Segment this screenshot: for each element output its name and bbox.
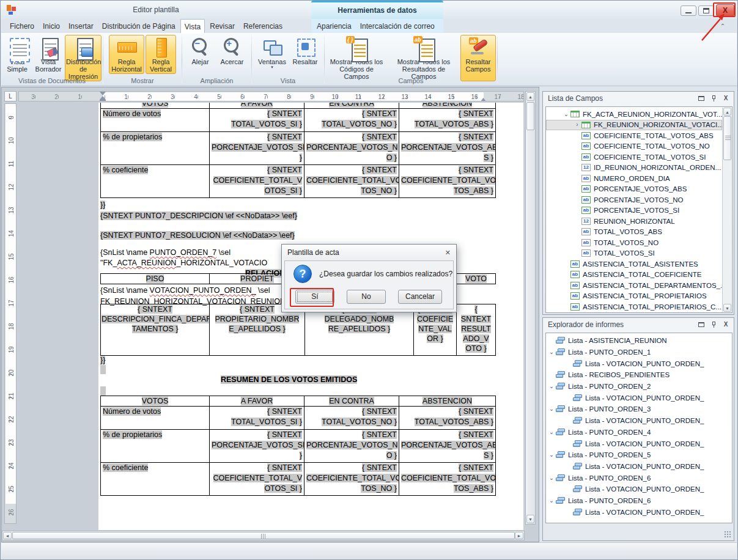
report-list-item[interactable]: Lista - VOTACION_PUNTO_ORDEN_	[546, 484, 732, 495]
ribbon-tab[interactable]: Referencias	[240, 19, 286, 33]
resize-grip[interactable]	[724, 531, 731, 538]
expand-arrow-icon[interactable]: ⌄	[547, 383, 556, 389]
report-list-item[interactable]: ⌄ Lista - PUNTO_ORDEN_6	[546, 495, 732, 507]
question-icon: ?	[293, 265, 312, 283]
report-list-item[interactable]: Lista - VOTACION_PUNTO_ORDEN_	[546, 415, 732, 427]
field-list-item[interactable]: ab ASISTENCIA_TOTAL_PROPIETARIOS	[546, 291, 722, 302]
field-list-item[interactable]: ab PORCENTAJE_VOTOS_SI	[546, 205, 722, 216]
field-list-item[interactable]: 12 REUNION_HORIZONTAL	[546, 216, 722, 227]
scroll-down-icon[interactable]: ▼	[723, 304, 731, 312]
expand-arrow-icon[interactable]: ⌄	[547, 429, 556, 435]
ribbon-tab[interactable]: Vista	[180, 19, 205, 33]
panel-scrollbar[interactable]: ▲ ▼	[722, 108, 731, 312]
zoom-out-button[interactable]: − Alejar	[186, 35, 215, 67]
ruler-number: 17	[486, 92, 509, 101]
field-list-item[interactable]: ab TOTAL_VOTOS_ABS	[546, 227, 722, 238]
field-list-item[interactable]: ab ASISTENCIA_TOTAL_COEFICIENTE	[546, 270, 722, 281]
report-list-item[interactable]: ⌄ Lista - PUNTO_ORDEN_2	[546, 381, 732, 392]
report-item-label: Lista - PUNTO_ORDEN_3	[568, 405, 651, 413]
print-layout-button[interactable]: Distribución de Impresión	[65, 35, 101, 81]
pin-panel-icon[interactable]	[709, 320, 718, 329]
float-panel-icon[interactable]	[697, 94, 706, 103]
report-list-item[interactable]: Lista - VOTACION_PUNTO_ORDEN_	[546, 392, 732, 403]
tab-stop-selector[interactable]: L	[4, 91, 17, 101]
float-panel-icon[interactable]	[697, 320, 706, 329]
field-list-item[interactable]: › FK_REUNION_HORIZONTAL_VOTACI...	[546, 120, 722, 131]
expand-arrow-icon[interactable]: ⌄	[562, 111, 570, 117]
dropdown-arrow-icon[interactable]: ▼	[257, 65, 287, 69]
ribbon-tab[interactable]: Fichero	[6, 19, 38, 33]
report-list-item[interactable]: Lista - VOTACION_PUNTO_ORDEN_	[546, 506, 732, 518]
highlight-button[interactable]: Resaltar	[290, 35, 320, 70]
expand-arrow-icon[interactable]: ⌄	[547, 498, 556, 504]
scroll-up-icon[interactable]: ▲	[526, 92, 534, 101]
dialog-close-icon[interactable]: ✕	[445, 245, 451, 260]
report-list-item[interactable]: Lista - VOTACION_PUNTO_ORDEN_	[546, 358, 732, 369]
ribbon-tab[interactable]: Insertar	[65, 19, 97, 33]
no-button[interactable]: No	[347, 290, 386, 304]
panel-scroll-thumb[interactable]	[723, 116, 731, 160]
field-list-item[interactable]: ab ASISTENCIA_TOTAL_DEPARTAMENTOS_...	[546, 280, 722, 291]
scroll-right-icon[interactable]: ►	[515, 532, 523, 539]
expand-arrow-icon[interactable]: ⌄	[547, 452, 556, 458]
field-list-item[interactable]: ab ASISTENCIA_TOTAL_PROPIETARIOS_C...	[546, 301, 722, 312]
vertical-ruler-button[interactable]: Regla Vertical	[146, 35, 176, 74]
ribbon-tab[interactable]: Inicio	[39, 19, 64, 33]
field-list-item[interactable]: ab ASISTENCIA_TOTAL_ASISTENTES	[546, 259, 722, 270]
table-header-cell: EN CONTRA	[304, 103, 399, 109]
horizontal-scrollbar[interactable]: ◄ ►	[2, 531, 525, 540]
field-list-item[interactable]: ab NUMERO_ORDEN_DIA	[546, 173, 722, 184]
simple-view-button[interactable]: Vista Simple	[2, 35, 32, 81]
report-list-item[interactable]: Lista - RECIBOS_PENDIENTES	[546, 369, 732, 381]
document-page[interactable]: VOTOS A FAVOR EN CONTRA ABSTENCION Númer…	[98, 103, 523, 530]
windows-button[interactable]: Ventanas ▼	[256, 35, 289, 70]
field-list-item[interactable]: ab COEFICIENTE_TOTAL_VOTOS_SI	[546, 152, 722, 163]
report-list-item[interactable]: Lista - VOTACION_PUNTO_ORDEN_	[546, 438, 732, 449]
cancel-button[interactable]: Cancelar	[398, 290, 442, 304]
ribbon-tab[interactable]: Revisar	[206, 19, 238, 33]
scroll-left-icon[interactable]: ◄	[3, 532, 12, 539]
report-list-item[interactable]: ⌄ Lista - PUNTO_ORDEN_5	[546, 449, 732, 461]
show-field-results-button[interactable]: ab Mostrar Todos los Resultados de Campo…	[388, 35, 459, 81]
report-list-item[interactable]: ⌄ Lista - PUNTO_ORDEN_3	[546, 403, 732, 415]
close-panel-icon[interactable]: X	[721, 320, 730, 329]
first-line-indent-marker[interactable]	[100, 92, 106, 95]
report-list-item[interactable]: Lista - ASISTENCIA_REUNION	[546, 335, 732, 347]
zoom-in-button[interactable]: + Acercar	[216, 35, 248, 67]
field-list-item[interactable]: ⌄ FK_ACTA_REUNION_HORIZONTAL_VOT...	[546, 109, 722, 120]
contextual-ribbon-tab[interactable]: Apariencia	[313, 19, 355, 33]
show-field-codes-button[interactable]: { } Mostrar Todos los Códigos de Campos	[326, 35, 387, 81]
field-list-item[interactable]: ab TOTAL_VOTOS_NO	[546, 237, 722, 248]
expand-arrow-icon[interactable]: ⌄	[547, 475, 556, 481]
vertical-scrollbar[interactable]: ▲ ▼	[525, 91, 536, 525]
expand-arrow-icon[interactable]: ⌄	[547, 406, 556, 412]
highlight-fields-button[interactable]: ab Resaltar Campos	[460, 35, 496, 81]
field-list-item[interactable]: ab TOTAL_VOTOS_SI	[546, 248, 722, 259]
field-list-item[interactable]: ab COEFICIENTE_TOTAL_VOTOS_ABS	[546, 130, 722, 141]
report-list-item[interactable]: Lista - VOTACION_PUNTO_ORDEN_	[546, 461, 732, 473]
ribbon-tab[interactable]: Distribución de Página	[98, 19, 179, 33]
table-cell: % de propietarios	[101, 132, 210, 165]
close-panel-icon[interactable]: X	[721, 94, 730, 103]
field-name: ASISTENCIA_TOTAL_PROPIETARIOS	[583, 292, 707, 300]
field-list-item[interactable]: 12 ID_REUNION_HORIZONTAL_ORDEN...	[546, 163, 722, 174]
dialog-title-bar[interactable]: Plantilla de acta ✕	[282, 245, 456, 260]
group-caption: Vistas de Documentos	[1, 77, 103, 84]
scroll-up-icon[interactable]: ▲	[723, 108, 731, 116]
field-list-item[interactable]: ab PORCENTAJE_VOTOS_ABS	[546, 184, 722, 195]
left-indent-marker[interactable]	[100, 100, 106, 101]
draft-view-button[interactable]: Vista Borrador	[33, 35, 64, 81]
pin-panel-icon[interactable]	[709, 94, 718, 103]
contextual-ribbon-tab[interactable]: Intercalación de correo	[356, 19, 438, 33]
report-list-item[interactable]: ⌄ Lista - PUNTO_ORDEN_4	[546, 427, 732, 438]
report-list-item[interactable]: ⌄ Lista - PUNTO_ORDEN_1	[546, 347, 732, 358]
scroll-down-icon[interactable]: ▼	[526, 515, 534, 523]
horizontal-scroll-thumb[interactable]	[12, 532, 515, 539]
horizontal-ruler-button[interactable]: Regla Horizontal	[109, 35, 144, 74]
vertical-scroll-thumb[interactable]	[526, 102, 534, 130]
field-list-item[interactable]: ab PORCENTAJE_VOTOS_NO	[546, 194, 722, 205]
expand-arrow-icon[interactable]: ⌄	[547, 349, 556, 355]
field-list-item[interactable]: ab COEFICIENTE_TOTAL_VOTOS_NO	[546, 141, 722, 152]
report-list-item[interactable]: ⌄ Lista - PUNTO_ORDEN_6	[546, 472, 732, 484]
expand-arrow-icon[interactable]: ›	[573, 122, 581, 128]
